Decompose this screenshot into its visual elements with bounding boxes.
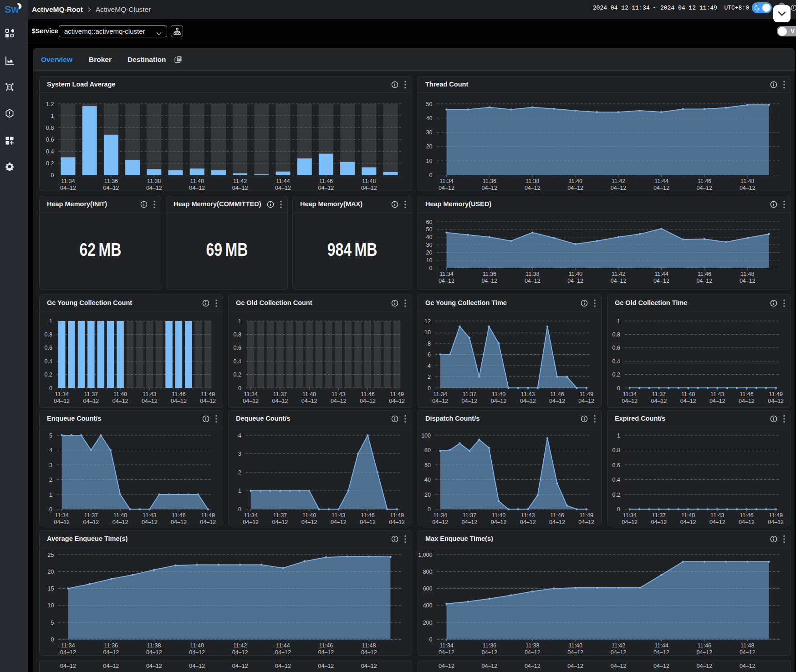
svg-text:1: 1 bbox=[49, 318, 52, 325]
svg-text:11:46: 11:46 bbox=[698, 178, 711, 184]
svg-text:04–12: 04–12 bbox=[54, 519, 70, 525]
svg-text:3: 3 bbox=[238, 451, 241, 457]
svg-text:0: 0 bbox=[49, 506, 52, 513]
svg-text:11:38: 11:38 bbox=[147, 178, 161, 184]
svg-text:40: 40 bbox=[426, 234, 433, 240]
svg-text:0.6: 0.6 bbox=[612, 462, 620, 468]
svg-text:0: 0 bbox=[429, 636, 433, 643]
svg-text:3: 3 bbox=[49, 462, 52, 468]
svg-text:04–12: 04–12 bbox=[697, 649, 713, 655]
svg-text:04–12: 04–12 bbox=[520, 398, 536, 404]
svg-text:20: 20 bbox=[424, 492, 431, 498]
svg-text:11:37: 11:37 bbox=[273, 512, 287, 519]
svg-text:0: 0 bbox=[428, 385, 431, 392]
svg-text:11:40: 11:40 bbox=[302, 512, 316, 519]
svg-text:04–12: 04–12 bbox=[740, 278, 755, 284]
svg-text:11:40: 11:40 bbox=[113, 512, 127, 519]
svg-text:04–12: 04–12 bbox=[709, 519, 725, 525]
svg-text:04–12: 04–12 bbox=[491, 398, 507, 404]
svg-text:11:46: 11:46 bbox=[740, 512, 753, 519]
svg-text:0.2: 0.2 bbox=[234, 372, 241, 378]
svg-text:04–12: 04–12 bbox=[525, 185, 541, 191]
svg-text:04–12: 04–12 bbox=[146, 185, 162, 191]
svg-text:04–12: 04–12 bbox=[622, 398, 638, 404]
svg-text:0.4: 0.4 bbox=[234, 358, 241, 365]
svg-text:11:40: 11:40 bbox=[492, 391, 505, 397]
svg-text:20: 20 bbox=[426, 249, 433, 256]
svg-text:04–12: 04–12 bbox=[83, 398, 99, 404]
svg-text:60: 60 bbox=[426, 219, 433, 225]
svg-text:0.8: 0.8 bbox=[612, 331, 620, 338]
svg-text:11:40: 11:40 bbox=[302, 391, 316, 397]
svg-text:8: 8 bbox=[428, 341, 431, 347]
svg-text:04–12: 04–12 bbox=[272, 398, 288, 404]
svg-text:11:46: 11:46 bbox=[698, 642, 711, 649]
svg-text:04–12: 04–12 bbox=[611, 278, 627, 284]
svg-text:11:37: 11:37 bbox=[463, 391, 476, 397]
svg-text:11:44: 11:44 bbox=[276, 178, 290, 184]
svg-text:1: 1 bbox=[617, 433, 620, 439]
svg-text:11:46: 11:46 bbox=[172, 391, 185, 397]
svg-text:15: 15 bbox=[48, 585, 54, 592]
svg-text:04–12: 04–12 bbox=[651, 398, 667, 404]
svg-text:04–12: 04–12 bbox=[567, 185, 583, 191]
svg-text:04–12: 04–12 bbox=[578, 519, 594, 525]
svg-text:04–12: 04–12 bbox=[739, 398, 755, 404]
svg-text:04–12: 04–12 bbox=[360, 398, 376, 404]
svg-text:04–12: 04–12 bbox=[60, 649, 76, 655]
svg-text:4: 4 bbox=[49, 447, 52, 453]
svg-text:04–12: 04–12 bbox=[651, 519, 667, 525]
svg-text:11:38: 11:38 bbox=[526, 271, 539, 277]
svg-text:04–12: 04–12 bbox=[740, 649, 755, 655]
svg-text:11:48: 11:48 bbox=[740, 642, 754, 649]
svg-text:04–12: 04–12 bbox=[549, 519, 565, 525]
svg-text:40: 40 bbox=[426, 115, 433, 122]
svg-text:04–12: 04–12 bbox=[146, 649, 162, 655]
svg-text:0.6: 0.6 bbox=[45, 345, 52, 351]
svg-text:11:49: 11:49 bbox=[769, 391, 783, 397]
svg-text:04–12: 04–12 bbox=[171, 398, 187, 404]
svg-text:04–12: 04–12 bbox=[622, 519, 638, 525]
svg-text:11:46: 11:46 bbox=[361, 391, 374, 397]
svg-text:800: 800 bbox=[423, 569, 433, 575]
svg-text:11:43: 11:43 bbox=[521, 512, 535, 519]
svg-text:0: 0 bbox=[238, 506, 241, 513]
svg-text:0.2: 0.2 bbox=[45, 372, 52, 378]
svg-text:11:36: 11:36 bbox=[104, 642, 118, 649]
svg-text:4: 4 bbox=[428, 363, 431, 369]
svg-text:11:49: 11:49 bbox=[580, 391, 593, 397]
svg-text:20: 20 bbox=[48, 569, 54, 575]
svg-text:04–12: 04–12 bbox=[680, 398, 696, 404]
svg-text:04–12: 04–12 bbox=[525, 649, 541, 655]
svg-text:1: 1 bbox=[51, 113, 54, 119]
svg-text:11:49: 11:49 bbox=[390, 512, 404, 519]
svg-text:04–12: 04–12 bbox=[439, 278, 454, 284]
svg-text:04–12: 04–12 bbox=[142, 398, 158, 404]
svg-text:11:37: 11:37 bbox=[463, 512, 476, 519]
svg-text:04–12: 04–12 bbox=[680, 519, 696, 525]
svg-text:11:38: 11:38 bbox=[526, 642, 539, 649]
svg-text:11:43: 11:43 bbox=[710, 512, 724, 519]
svg-text:80: 80 bbox=[424, 447, 431, 453]
svg-text:04–12: 04–12 bbox=[432, 519, 448, 525]
svg-text:11:43: 11:43 bbox=[143, 391, 156, 397]
svg-text:04–12: 04–12 bbox=[432, 398, 448, 404]
svg-text:0.8: 0.8 bbox=[612, 447, 620, 453]
svg-text:11:36: 11:36 bbox=[104, 178, 118, 184]
svg-text:11:34: 11:34 bbox=[61, 642, 75, 649]
svg-text:04–12: 04–12 bbox=[653, 649, 669, 655]
svg-text:04–12: 04–12 bbox=[301, 519, 317, 525]
svg-text:11:44: 11:44 bbox=[654, 271, 668, 277]
svg-text:11:49: 11:49 bbox=[769, 512, 783, 519]
svg-text:04–12: 04–12 bbox=[739, 519, 755, 525]
svg-text:04–12: 04–12 bbox=[697, 278, 713, 284]
svg-text:04–12: 04–12 bbox=[389, 519, 405, 525]
svg-text:04–12: 04–12 bbox=[482, 278, 498, 284]
svg-text:11:43: 11:43 bbox=[710, 391, 724, 397]
svg-text:2: 2 bbox=[49, 477, 52, 483]
svg-text:11:36: 11:36 bbox=[483, 178, 496, 184]
svg-text:0.4: 0.4 bbox=[45, 358, 52, 365]
svg-text:04–12: 04–12 bbox=[272, 519, 288, 525]
svg-text:04–12: 04–12 bbox=[243, 519, 259, 525]
svg-text:50: 50 bbox=[426, 101, 433, 107]
